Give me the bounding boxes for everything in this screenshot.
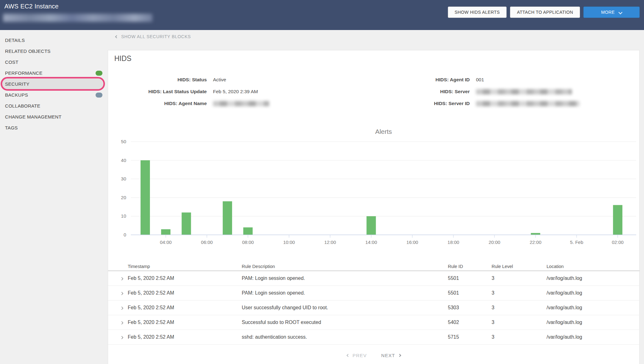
pagination: PREV NEXT: [108, 351, 640, 360]
expand-row-chevron-icon[interactable]: [121, 276, 128, 281]
chevron-left-icon: [115, 35, 118, 38]
x-axis-tick-label: 5. Feb: [570, 240, 583, 245]
table-row[interactable]: Feb 5, 2020 2:52 AMUser successfully cha…: [108, 301, 640, 315]
sidebar-nav: DETAILSRELATED OBJECTSCOSTPERFORMANCESEC…: [0, 30, 107, 133]
cell-rule-description: Successful sudo to ROOT executed: [242, 320, 448, 325]
next-page-button[interactable]: NEXT: [381, 353, 401, 358]
cell-rule-id: 5715: [448, 334, 492, 340]
field-label: HIDS: Server: [371, 89, 470, 94]
alert-bar-feb-4-14-00: [367, 216, 376, 235]
prev-label: PREV: [353, 353, 367, 358]
field-label: HIDS: Last Status Update: [108, 89, 207, 94]
sidebar-item-label: CHANGE MANAGEMENT: [5, 114, 62, 119]
sidebar-item-collaborate[interactable]: COLLABORATE: [0, 100, 107, 111]
redacted-instance-subtitle: [3, 14, 152, 22]
sidebar-item-related-objects[interactable]: RELATED OBJECTS: [0, 46, 107, 57]
sidebar-item-backups[interactable]: BACKUPS: [0, 89, 107, 100]
redacted-value: [476, 101, 580, 106]
cell-timestamp: Feb 5, 2020 2:52 AM: [128, 320, 242, 325]
sidebar-item-cost[interactable]: COST: [0, 57, 107, 68]
header-actions: SHOW HIDS ALERTS ATTACH TO APPLICATION M…: [448, 7, 640, 18]
x-axis-tick-label: 14:00: [365, 240, 377, 245]
backups-status-dot: [96, 93, 102, 98]
field-value: 001: [476, 77, 484, 83]
expand-row-chevron-icon[interactable]: [121, 334, 128, 340]
hids-field-hids-server-id: HIDS: Server ID: [371, 98, 637, 109]
sidebar-item-details[interactable]: DETAILS: [0, 35, 107, 46]
chevron-right-icon: [398, 354, 401, 357]
cell-rule-id: 5402: [448, 320, 492, 325]
cell-rule-id: 5303: [448, 305, 492, 311]
expand-row-chevron-icon[interactable]: [121, 320, 128, 325]
expand-row-chevron-icon[interactable]: [121, 290, 128, 296]
expand-row-chevron-icon[interactable]: [121, 305, 128, 311]
table-row[interactable]: Feb 5, 2020 2:52 AMsshd: authentication …: [108, 330, 640, 345]
cell-location: /var/log/auth.log: [547, 320, 640, 325]
sidebar-item-security[interactable]: SECURITY: [0, 78, 107, 89]
hids-fields-right: HIDS: Agent ID001HIDS: ServerHIDS: Serve…: [371, 74, 637, 109]
sidebar-item-performance[interactable]: PERFORMANCE: [0, 68, 107, 78]
alert-bar-feb-5-02-00: [613, 205, 622, 235]
x-axis-tick-label: 08:00: [242, 240, 254, 245]
hids-fields-left: HIDS: StatusActiveHIDS: Last Status Upda…: [108, 74, 374, 109]
chevron-right-icon: [120, 277, 123, 281]
sidebar-item-change-management[interactable]: CHANGE MANAGEMENT: [0, 111, 107, 122]
cell-location: /var/log/auth.log: [547, 334, 640, 340]
hids-field-hids-server: HIDS: Server: [371, 86, 637, 98]
table-row[interactable]: Feb 5, 2020 2:52 AMPAM: Login session op…: [108, 271, 640, 286]
chevron-right-icon: [120, 321, 123, 325]
back-link-label: SHOW ALL SECURITY BLOCKS: [121, 34, 191, 39]
x-axis-tick-label: 06:00: [201, 240, 213, 245]
cell-location: /var/log/auth.log: [547, 276, 640, 281]
attach-to-application-button[interactable]: ATTACH TO APPLICATION: [510, 7, 580, 18]
sidebar-item-label: TAGS: [5, 125, 18, 130]
column-header-rule-level: Rule Level: [492, 264, 547, 269]
x-axis-tick-label: 20:00: [488, 240, 500, 245]
cell-rule-level: 3: [492, 305, 547, 311]
column-header-rule-id: Rule ID: [448, 264, 492, 269]
y-axis-tick-label: 50: [121, 139, 126, 144]
alert-bar-feb-4-04-00: [161, 229, 171, 235]
cell-rule-level: 3: [492, 276, 547, 281]
alert-bar-feb-4-05-00: [182, 212, 191, 235]
cell-timestamp: Feb 5, 2020 2:52 AM: [128, 276, 242, 281]
cell-timestamp: Feb 5, 2020 2:52 AM: [128, 334, 242, 340]
cell-rule-id: 5501: [448, 276, 492, 281]
table-body: Feb 5, 2020 2:52 AMPAM: Login session op…: [108, 271, 640, 345]
prev-page-button[interactable]: PREV: [347, 353, 367, 358]
top-header-bar: AWS EC2 Instance SHOW HIDS ALERTS ATTACH…: [0, 0, 644, 30]
cell-timestamp: Feb 5, 2020 2:52 AM: [128, 290, 242, 296]
hids-field-hids-agent-id: HIDS: Agent ID001: [371, 74, 637, 86]
column-header-rule-description: Rule Description: [242, 264, 448, 269]
field-label: HIDS: Agent Name: [108, 101, 207, 106]
sidebar-item-tags[interactable]: TAGS: [0, 122, 107, 133]
chevron-right-icon: [120, 336, 123, 339]
y-axis-tick-label: 20: [121, 195, 126, 200]
sidebar-item-label: RELATED OBJECTS: [5, 48, 51, 54]
cell-rule-description: User successfully changed UID to root.: [242, 305, 448, 311]
cell-location: /var/log/auth.log: [547, 305, 640, 311]
hids-card: HIDS HIDS: StatusActiveHIDS: Last Status…: [108, 50, 640, 364]
cell-timestamp: Feb 5, 2020 2:52 AM: [128, 305, 242, 311]
chevron-down-icon: [618, 10, 622, 14]
x-axis-tick-label: 18:00: [448, 240, 459, 245]
next-label: NEXT: [381, 353, 395, 358]
y-axis-tick-label: 30: [121, 176, 126, 181]
show-hids-alerts-button[interactable]: SHOW HIDS ALERTS: [448, 7, 507, 18]
sidebar-item-label: BACKUPS: [5, 92, 28, 98]
cell-rule-description: PAM: Login session opened.: [242, 276, 448, 281]
table-row[interactable]: Feb 5, 2020 2:52 AMPAM: Login session op…: [108, 286, 640, 301]
show-all-security-blocks-link[interactable]: SHOW ALL SECURITY BLOCKS: [116, 34, 191, 39]
alert-bar-feb-4-22-00: [531, 233, 540, 235]
sidebar-item-label: DETAILS: [5, 38, 25, 43]
chevron-left-icon: [346, 354, 349, 357]
column-header-location: Location: [547, 264, 640, 269]
table-row[interactable]: Feb 5, 2020 2:52 AMSuccessful sudo to RO…: [108, 315, 640, 330]
cell-rule-level: 3: [492, 290, 547, 296]
cell-location: /var/log/auth.log: [547, 290, 640, 296]
more-button[interactable]: MORE: [583, 7, 640, 18]
hids-field-hids-last-status-update: HIDS: Last Status UpdateFeb 5, 2020 2:39…: [108, 86, 374, 98]
field-label: HIDS: Status: [108, 77, 207, 83]
page-title: AWS EC2 Instance: [4, 3, 59, 10]
hids-field-hids-agent-name: HIDS: Agent Name: [108, 98, 374, 109]
